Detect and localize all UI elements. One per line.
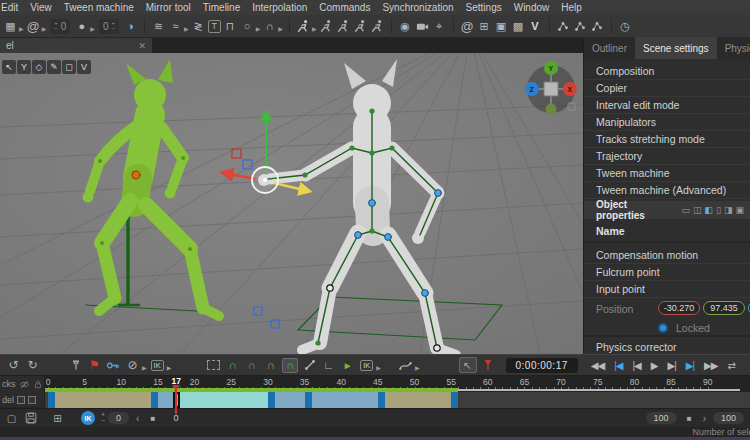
physics-joints-2-icon[interactable] [573, 18, 588, 35]
range-end-field[interactable]: 100 [646, 412, 677, 424]
physics-joints-icon[interactable] [556, 18, 571, 35]
polygon-select-icon[interactable]: ◇ [32, 60, 46, 74]
dropdown-caret-icon[interactable]: ▶ [19, 25, 24, 32]
menu-mirror-tool[interactable]: Mirror tool [146, 2, 191, 13]
viewport-canvas[interactable]: Y Z X [0, 53, 583, 354]
interp-arc-blue-icon[interactable]: ∩ [244, 357, 259, 373]
total-frames-field[interactable]: 100 [713, 412, 744, 424]
next-frame-button[interactable]: ▶| [667, 360, 675, 371]
visibility-icon[interactable] [19, 379, 30, 390]
arc-tool-icon[interactable]: ∩ [262, 18, 277, 35]
track-segment-olive[interactable] [385, 392, 451, 408]
track-segment-key[interactable] [451, 392, 458, 408]
props-paint-icon[interactable]: ◧ [705, 205, 714, 215]
row-input-point[interactable]: Input point [584, 281, 750, 298]
locked-radio[interactable] [658, 323, 668, 333]
menu-synchronization[interactable]: Synchronization [382, 2, 453, 13]
row-fulcrum-point[interactable]: Fulcrum point [584, 264, 750, 281]
position-x-field[interactable]: -30.270 [658, 301, 700, 315]
props-pin-icon[interactable]: ▯ [716, 205, 721, 215]
dropdown-caret-icon[interactable]: ▶ [142, 364, 147, 371]
menu-view[interactable]: View [30, 2, 52, 13]
frame-offset-value[interactable]: 0 [108, 412, 129, 424]
flag-icon[interactable]: ⚑ [87, 357, 102, 373]
dropdown-caret-icon[interactable]: ▶ [90, 25, 95, 32]
copy-layers-remove-icon[interactable]: ▩ [511, 18, 526, 35]
ruler-labels[interactable]: 051015202530354045505560657075808590 [45, 376, 750, 387]
v-select-icon[interactable]: V [77, 60, 91, 74]
track-segment-key[interactable] [268, 392, 275, 408]
step-interp-icon[interactable]: ∟ [321, 357, 336, 373]
next-arrow-icon[interactable]: › [703, 413, 706, 424]
copy-layers-add-icon[interactable]: ▣ [494, 18, 509, 35]
menu-help[interactable]: Help [561, 2, 582, 13]
next-keyframe-button[interactable]: ▶| [686, 360, 694, 371]
time-display[interactable]: 0:00:00:17 [506, 358, 578, 373]
panel-item-composition[interactable]: Composition [584, 63, 750, 80]
target-icon[interactable]: ◉ [398, 18, 413, 35]
bone-icon[interactable] [302, 357, 317, 373]
position-y-field[interactable]: 97.435 [703, 301, 745, 315]
frame-stepper[interactable]: +− [101, 412, 105, 424]
interp-arc-green-icon[interactable]: ∩ [225, 357, 240, 373]
dropdown-caret-icon[interactable]: ▶ [167, 364, 172, 371]
select-arrow-icon[interactable]: ↖ [2, 60, 16, 74]
menu-window[interactable]: Window [514, 2, 550, 13]
viewport-3d[interactable]: ↖ Y ◇ ✎ ◻ V [0, 53, 583, 354]
play-button[interactable]: ▶ [651, 360, 658, 371]
interp-arc-orange-icon[interactable]: ∩ [263, 357, 278, 373]
circle-tool-icon[interactable]: ○ [240, 18, 255, 35]
hip-pivot-dot[interactable] [132, 171, 140, 179]
interpolation-zigzag-icon[interactable]: ≷ [191, 18, 206, 35]
dropdown-caret-icon[interactable]: ▶ [256, 25, 261, 32]
marquee-select-icon[interactable] [206, 357, 221, 373]
prev-arrow-icon[interactable]: ‹ [136, 413, 139, 424]
props-menu-icon[interactable]: ▣ [735, 205, 744, 215]
track-segment-key[interactable] [151, 392, 158, 408]
tab-physics-settings[interactable]: Physics settings [717, 37, 750, 59]
fast-forward-button[interactable]: ▶▶ [704, 360, 717, 371]
track-segment-blue[interactable] [158, 392, 173, 408]
red-pin-marker-icon[interactable] [481, 357, 496, 373]
track-checkbox-2[interactable] [28, 396, 36, 404]
undo-circle-icon[interactable]: ↺ [6, 357, 21, 373]
box-marker-icon[interactable]: ■ [145, 410, 160, 426]
dropdown-caret-icon[interactable]: ▶ [184, 25, 189, 32]
curve-icon[interactable]: ≈ [168, 18, 183, 35]
track-segment-olive[interactable] [55, 392, 150, 408]
track-segment-teal[interactable] [180, 392, 268, 408]
props-link-icon[interactable]: ▭ [681, 205, 690, 215]
track-segment-key[interactable] [305, 392, 312, 408]
menu-tween-machine[interactable]: Tween machine [64, 2, 134, 13]
save-icon[interactable] [23, 410, 38, 426]
panel-item-tracks-stretching-mode[interactable]: Tracks stretching mode [584, 131, 750, 148]
row-physics-corrector[interactable]: Physics corrector [584, 339, 750, 354]
axis-neg-y-ball[interactable] [546, 104, 557, 115]
window-layout-icon[interactable]: ⊞ [477, 18, 492, 35]
row-compensation-motion[interactable]: Compensation motion [584, 247, 750, 264]
panel-item-trajectory[interactable]: Trajectory [584, 148, 750, 165]
animation-mode-5-icon[interactable] [370, 18, 385, 35]
tab-outliner[interactable]: Outliner [584, 37, 635, 59]
track-segment-key[interactable] [48, 392, 55, 408]
document-tab[interactable]: el ✕ [0, 38, 152, 53]
track-checkbox-1[interactable] [17, 396, 25, 404]
menu-timeline[interactable]: Timeline [203, 2, 240, 13]
animation-mode-4-icon[interactable] [353, 18, 368, 35]
size-spinner[interactable]: 0+− [99, 19, 119, 34]
copy-frame-icon[interactable]: ▢ [4, 410, 19, 426]
point-mode-icon[interactable]: ● [74, 18, 89, 35]
close-tab-icon[interactable]: ✕ [138, 41, 146, 51]
clock-icon[interactable]: ◷ [618, 18, 633, 35]
focus-frame-icon[interactable]: ⌖ [432, 18, 447, 35]
dropdown-caret-icon[interactable]: ▶ [312, 25, 317, 32]
green-arrow-icon[interactable]: ► [340, 357, 355, 373]
autoposing-icon[interactable]: @ [26, 18, 41, 35]
prev-keyframe-button[interactable]: |◀ [614, 360, 622, 371]
prev-frame-button[interactable]: |◀ [632, 360, 640, 371]
animation-mode-2-icon[interactable] [319, 18, 334, 35]
scene-grid-icon[interactable]: ▦ [3, 18, 18, 35]
physics-joints-3-icon[interactable] [590, 18, 605, 35]
pen-select-icon[interactable]: ✎ [47, 60, 61, 74]
lock-icon[interactable] [33, 379, 43, 390]
